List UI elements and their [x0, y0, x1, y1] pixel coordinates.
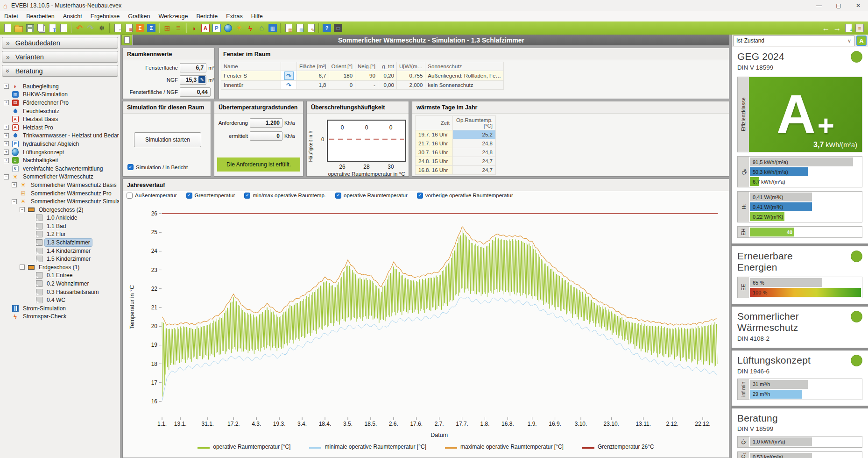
menu-hilfe[interactable]: Hilfe [247, 11, 267, 21]
menu-ergebnisse[interactable]: Ergebnisse [86, 11, 124, 21]
sidebar-item-stromspar-check[interactable]: ϟStromspar-Check [0, 313, 119, 321]
expand-icon[interactable]: + [12, 182, 17, 187]
expand-icon[interactable]: + [4, 133, 9, 138]
expand-icon[interactable]: + [4, 141, 9, 146]
sidebar-item-lüftungskonzept[interactable]: +Lüftungskonzept [0, 148, 119, 157]
checkbox-icon[interactable]: ✓ [127, 193, 133, 199]
menu-bearbeiten[interactable]: Bearbeiten [22, 11, 58, 21]
report-snapshot-button[interactable] [121, 35, 132, 45]
sidebar-item-1-2-flur[interactable]: 1.2 Flur [0, 230, 119, 239]
heizlast-icon[interactable]: A [200, 23, 211, 33]
table-row[interactable]: 24.8. 15 Uhr24,7 [416, 157, 496, 166]
sidebar-item-baubegleitung[interactable]: +◗Baubegleitung [0, 82, 119, 91]
undo-icon[interactable]: ↶ [74, 23, 85, 33]
lueftungskonzept-icon[interactable] [223, 23, 233, 33]
sidebar-item-0-1-entree[interactable]: 0.1 Entree [0, 272, 119, 280]
edit-pencil-icon[interactable]: ✎ [198, 76, 205, 83]
collapse-icon[interactable]: − [4, 174, 9, 179]
table-row[interactable]: Innentür↷1,80-0,002,000kein Sonnenschutz [221, 81, 504, 90]
redo-icon[interactable]: ↷ [85, 23, 96, 33]
series-toggle-grenztemperatur[interactable]: ✓Grenztemperatur [186, 193, 235, 199]
new-window-icon[interactable]: + [843, 23, 854, 33]
sidebar-item-strom-simulation[interactable]: Strom-Simulation [0, 304, 119, 313]
menu-datei[interactable]: Datei [0, 11, 22, 21]
bericht-table-icon[interactable]: ▦ [283, 23, 294, 33]
table-row[interactable]: 16.8. 16 Uhr24,7 [416, 166, 496, 175]
maximize-button[interactable]: ▢ [829, 0, 848, 11]
simulation-bericht-checkbox[interactable]: ✓ [127, 164, 134, 170]
table-row[interactable]: Fenster S↷6,7180900,200,755Außenliegend:… [221, 71, 504, 81]
sidebar-item-trinkwarmwasser-heizlast-und-bedarf[interactable]: +Trinkwarmwasser - Heizlast und Bedarf [0, 132, 119, 140]
sidebar-item-vereinfachte-sachwertermittlung[interactable]: €vereinfachte Sachwertermittlung [0, 165, 119, 173]
series-toggle-au-entemperatur[interactable]: ✓Außentemperatur [127, 193, 177, 199]
rotate-arrow-icon[interactable]: ↷ [284, 72, 294, 80]
magic-wand-icon[interactable]: ✻ [97, 23, 107, 33]
hydraulik-icon[interactable]: P [212, 23, 222, 33]
back-arrow-icon[interactable]: ← [821, 23, 831, 33]
sum-blue-icon[interactable]: Σ [146, 23, 156, 33]
report-manager-icon[interactable]: ≡ [854, 23, 865, 33]
menu-ansicht[interactable]: Ansicht [59, 11, 86, 21]
sommerlicher-sun-icon[interactable]: ☀ [234, 23, 244, 33]
table-row[interactable]: 21.7. 16 Uhr24,8 [416, 139, 496, 148]
sidebar-section-gebäudedaten[interactable]: »Gebäudedaten [2, 37, 118, 49]
sidebar-item-1-3-schlafzimmer[interactable]: 1.3 Schlafzimmer [0, 238, 119, 247]
series-toggle-operative-raumtemperatur[interactable]: ✓operative Raumtemperatur [335, 193, 408, 199]
sidebar-item-heizlast-pro[interactable]: +AHeizlast Pro [0, 123, 119, 132]
export-icon[interactable]: → [58, 23, 69, 33]
sidebar-item-sommerlicher-wärmeschutz-pro[interactable]: ⊞Sommerlicher Wärmeschutz Pro [0, 189, 119, 198]
sidebar-item-0-4-wc[interactable]: 0.4 WC [0, 296, 119, 304]
open-folder-icon[interactable] [14, 23, 24, 33]
menu-werkzeuge[interactable]: Werkzeuge [154, 11, 192, 21]
baubegleitung-icon[interactable]: ◗ [189, 23, 199, 33]
strom-icon[interactable]: ϟ [245, 23, 255, 33]
checkbox-icon[interactable]: ✓ [417, 193, 423, 199]
checkbox-icon[interactable]: ✓ [335, 193, 341, 199]
expand-icon[interactable]: + [4, 125, 9, 130]
profile-a-button[interactable]: A [856, 36, 867, 46]
minimize-button[interactable]: — [809, 0, 829, 11]
expand-icon[interactable]: + [4, 100, 9, 105]
bhkw-icon[interactable]: ▥ [268, 23, 278, 33]
sidebar-item-bhkw-simulation[interactable]: ▥BHKW-Simulation [0, 91, 119, 99]
simulation-starten-button[interactable]: Simulation starten [134, 132, 201, 147]
menu-berichte[interactable]: Berichte [192, 11, 222, 21]
collapse-icon[interactable]: − [20, 207, 25, 212]
variants-orgchart-icon[interactable]: ⊞ [162, 23, 172, 33]
sidebar-item-nachhaltigkeit[interactable]: +⌂Nachhaltigkeit [0, 156, 119, 165]
bericht-chart-icon[interactable]: ▨ [295, 23, 305, 33]
sidebar-item-sommerlicher-wärmeschutz-simulation[interactable]: −☀Sommerlicher Wärmeschutz Simulation [0, 197, 119, 206]
sidebar-item-förderrechner-pro[interactable]: +▤Förderrechner Pro [0, 99, 119, 107]
checkbox-icon[interactable]: ✓ [186, 193, 192, 199]
sum-orange-icon[interactable]: Σ [135, 23, 145, 33]
forward-arrow-icon[interactable]: → [832, 23, 842, 33]
sidebar-item-sommerlicher-wärmeschutz[interactable]: −☀Sommerlicher Wärmeschutz [0, 173, 119, 181]
sidebar-item-1-0-ankleide[interactable]: 1.0 Ankleide [0, 214, 119, 222]
collapse-icon[interactable]: − [20, 265, 25, 270]
bericht-edit-icon[interactable]: ✎ [306, 23, 316, 33]
series-toggle-min-max-operative-raumtemp-[interactable]: ✓min/max operative Raumtemp. [244, 193, 326, 199]
ngf-value[interactable]: 15,3✎ [180, 75, 206, 85]
rotate-arrow-icon[interactable]: ↷ [285, 81, 293, 89]
collapse-icon[interactable]: − [12, 199, 17, 204]
menu-extras[interactable]: Extras [222, 11, 247, 21]
expand-icon[interactable]: + [4, 150, 9, 155]
expand-icon[interactable]: + [4, 158, 9, 163]
table-row[interactable]: 19.7. 16 Uhr25,2 [416, 130, 496, 139]
sidebar-item-sommerlicher-wärmeschutz-basis[interactable]: +☀Sommerlicher Wärmeschutz Basis [0, 181, 119, 189]
sidebar-section-beratung[interactable]: »Beratung [2, 65, 118, 77]
close-button[interactable]: ✕ [848, 0, 868, 11]
sidebar-section-varianten[interactable]: »Varianten [2, 51, 118, 63]
expand-icon[interactable]: + [4, 84, 9, 89]
variant-select[interactable]: Ist-Zustand ∨ [733, 36, 854, 46]
checkbox-icon[interactable]: ✓ [244, 193, 250, 199]
copy-icon[interactable] [36, 23, 46, 33]
sidebar-item-0-2-wohnzimmer[interactable]: 0.2 Wohnzimmer [0, 279, 119, 288]
sidebar-item-1-4-kinderzimmer[interactable]: 1.4 Kinderzimmer [0, 247, 119, 255]
series-toggle-vorherige-operative-raumtemperatur[interactable]: ✓vorherige operative Raumtemperatur [417, 193, 513, 199]
sidebar-item-feuchteschutz[interactable]: Feuchteschutz [0, 107, 119, 115]
sidebar-item-hydraulischer-abgleich[interactable]: +Phydraulischer Abgleich [0, 140, 119, 148]
new-file-icon[interactable] [2, 23, 13, 33]
sachwert-house-icon[interactable]: ⌂ [256, 23, 267, 33]
report-document-icon[interactable]: ≡ [113, 23, 123, 33]
